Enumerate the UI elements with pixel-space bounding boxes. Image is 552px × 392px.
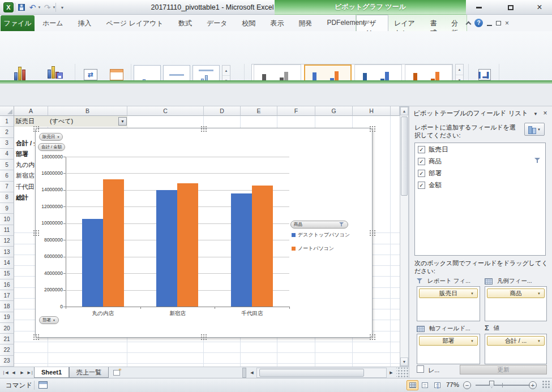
row-header-10[interactable]: 10 — [0, 214, 14, 225]
vertical-scrollbar[interactable]: ▲ ▼ — [400, 106, 409, 367]
ribbon-tab-校閲[interactable]: 校閲 — [234, 15, 263, 31]
ribbon-tab-データ[interactable]: データ — [199, 15, 235, 31]
row-header-9[interactable]: 9 — [0, 203, 14, 214]
row-header-8[interactable]: 8 — [0, 192, 14, 203]
checkbox-金額[interactable]: ✓ — [418, 182, 425, 189]
column-header-H[interactable]: H — [353, 106, 391, 116]
cell-A8[interactable]: 総計 — [14, 192, 35, 203]
chart-resize-handle[interactable] — [369, 334, 376, 341]
pane-layout-button[interactable]: ▼ — [524, 123, 545, 136]
redo-icon[interactable]: ↷ — [43, 2, 52, 12]
ribbon-tab-表示[interactable]: 表示 — [263, 15, 291, 31]
chart-filter-field-button[interactable]: 販売日 ▼ — [39, 133, 63, 141]
row-header-1[interactable]: 1 — [0, 116, 14, 127]
update-button[interactable]: 更新 — [460, 365, 547, 374]
row-header-3[interactable]: 3 — [0, 138, 14, 149]
workbook-minimize-icon[interactable] — [487, 25, 492, 26]
field-chip-legend[interactable]: 商品 ▼ — [487, 288, 545, 298]
customize-toolbar-icon[interactable]: ▼ — [59, 2, 66, 12]
row-header-4[interactable]: 4 — [0, 149, 14, 160]
cell-A5[interactable]: 丸の内店 — [14, 160, 35, 170]
field-item-部署[interactable]: ✓部署 — [418, 169, 542, 178]
column-header-C[interactable]: C — [127, 106, 204, 116]
bar-ノートパソコン-新宿店[interactable] — [177, 183, 198, 307]
ribbon-tab-分析[interactable]: 分析 — [446, 15, 467, 31]
zoom-level[interactable]: 77% — [439, 381, 459, 388]
zoom-out-icon[interactable]: − — [463, 381, 471, 389]
row-header-14[interactable]: 14 — [0, 257, 14, 268]
previous-sheet-icon[interactable]: ◀ — [10, 368, 18, 377]
undo-icon[interactable]: ↶ — [28, 2, 37, 12]
horizontal-scrollbar-thumb[interactable] — [259, 369, 364, 377]
sheet-tab-Sheet1[interactable]: Sheet1 — [34, 367, 69, 378]
cell-A6[interactable]: 新宿店 — [14, 170, 35, 181]
column-header-F[interactable]: F — [277, 106, 315, 116]
ribbon-tab-レイアウト[interactable]: レイアウト — [388, 15, 425, 31]
column-header-G[interactable]: G — [315, 106, 353, 116]
report-filter-dropdown-B1[interactable]: ▼ — [118, 117, 127, 126]
minimize-button[interactable] — [471, 2, 487, 12]
row-header-12[interactable]: 12 — [0, 236, 14, 247]
chart-resize-handle[interactable] — [369, 126, 376, 132]
chart-resize-handle[interactable] — [33, 126, 40, 132]
cell-A1[interactable]: 販売日 — [14, 116, 48, 127]
column-header-A[interactable]: A — [14, 106, 48, 116]
chart-resize-handle[interactable] — [369, 230, 376, 236]
scroll-left-icon[interactable]: ◀ — [248, 368, 256, 377]
pivot-chart[interactable]: 販売日 ▼ 合計 / 金額 商品 部署 ▼ 180000001600000014… — [35, 128, 373, 338]
sheet-tab-売上一覧[interactable]: 売上一覧 — [69, 367, 109, 378]
field-item-金額[interactable]: ✓金額 — [418, 181, 542, 189]
defer-layout-checkbox[interactable] — [417, 365, 424, 373]
normal-view-button[interactable] — [406, 380, 418, 390]
insert-worksheet-button[interactable] — [111, 368, 122, 377]
row-header-19[interactable]: 19 — [0, 312, 14, 323]
row-header-21[interactable]: 21 — [0, 334, 14, 344]
row-header-6[interactable]: 6 — [0, 170, 14, 181]
ribbon-tab-ホーム[interactable]: ホーム — [35, 15, 71, 31]
bar-ノートパソコン-丸の内店[interactable] — [103, 179, 124, 307]
column-header-D[interactable]: D — [204, 106, 241, 116]
checkbox-部署[interactable]: ✓ — [418, 170, 425, 177]
row-header-20[interactable]: 20 — [0, 323, 14, 334]
chart-resize-handle[interactable] — [33, 230, 40, 236]
next-sheet-icon[interactable]: ▶ — [18, 368, 26, 377]
bar-デスクトップパソコン-丸の内店[interactable] — [82, 219, 103, 307]
row-header-15[interactable]: 15 — [0, 269, 14, 279]
first-sheet-icon[interactable]: ❘◀ — [1, 368, 9, 377]
zoom-in-icon[interactable]: + — [529, 381, 537, 389]
workbook-close-icon[interactable]: × — [505, 19, 509, 27]
ribbon-tab-数式[interactable]: 数式 — [171, 15, 199, 31]
minimize-ribbon-icon[interactable] — [466, 21, 472, 27]
scrollbar-resize-grip[interactable] — [396, 368, 408, 378]
ribbon-tab-書式[interactable]: 書式 — [425, 15, 446, 31]
undo-dropdown-icon[interactable]: ▼ — [37, 2, 42, 12]
scroll-up-icon[interactable]: ▲ — [222, 66, 230, 76]
ribbon-tab-PDFelement[interactable]: PDFelement — [319, 15, 372, 31]
checkbox-商品[interactable]: ✓ — [418, 158, 425, 165]
field-chip-value[interactable]: 合計 / ... ▼ — [487, 336, 545, 346]
maximize-button[interactable] — [503, 2, 519, 12]
row-header-11[interactable]: 11 — [0, 225, 14, 236]
macro-record-icon[interactable] — [38, 381, 48, 389]
vertical-scrollbar-thumb[interactable] — [401, 117, 408, 196]
field-chip-report-filter[interactable]: 販売日 ▼ — [419, 288, 478, 298]
scroll-up-icon[interactable]: ▲ — [400, 107, 408, 115]
page-layout-view-button[interactable] — [419, 380, 431, 390]
bar-デスクトップパソコン-新宿店[interactable] — [156, 190, 177, 307]
tab-split-handle[interactable] — [242, 368, 246, 378]
help-icon[interactable]: ? — [474, 19, 483, 27]
workbook-restore-icon[interactable] — [496, 21, 501, 25]
last-sheet-icon[interactable]: ▶❘ — [27, 368, 35, 377]
cell-A7[interactable]: 千代田店 — [14, 182, 35, 192]
chart-plot-area[interactable] — [66, 157, 289, 307]
chart-resize-handle[interactable] — [33, 334, 40, 341]
chart-resize-handle[interactable] — [200, 334, 207, 341]
row-header-13[interactable]: 13 — [0, 247, 14, 257]
pane-menu-icon[interactable]: ▼ — [531, 110, 540, 118]
ribbon-tab-開発[interactable]: 開発 — [291, 15, 319, 31]
close-button[interactable]: × — [531, 2, 548, 12]
chart-resize-handle[interactable] — [200, 126, 207, 132]
window-resize-grip[interactable] — [542, 380, 550, 389]
row-header-5[interactable]: 5 — [0, 160, 14, 170]
column-header-B[interactable]: B — [48, 106, 127, 116]
